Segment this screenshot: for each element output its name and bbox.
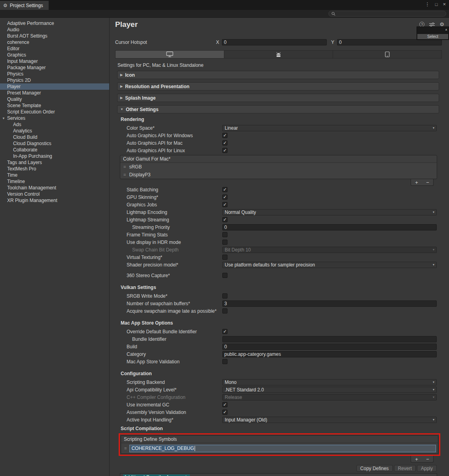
sidebar-item-input-manager[interactable]: Input Manager (0, 58, 109, 64)
remove-icon[interactable]: − (422, 179, 433, 185)
platform-tab-tablet[interactable] (333, 50, 442, 59)
maximize-icon[interactable]: □ (435, 2, 438, 7)
settings-row-auto-graphics-api-for-windows: Auto Graphics API for Windows✓ (110, 132, 449, 139)
dropdown[interactable]: Input Manager (Old)▾ (222, 417, 437, 423)
sidebar-item-version-control[interactable]: Version Control (0, 191, 109, 197)
sidebar-item-xr-plugin-management[interactable]: XR Plugin Management (0, 197, 109, 204)
sidebar-item-player[interactable]: Player (0, 83, 109, 90)
sidebar-item-burst-aot-settings[interactable]: Burst AOT Settings (0, 33, 109, 39)
text-field[interactable] (222, 336, 437, 342)
foldout-list: ▶Icon▶Resolution and Presentation▶Splash… (110, 71, 449, 102)
close-icon[interactable]: × (443, 1, 446, 7)
define-symbol-row[interactable]: = COHERENCE_LOG_DEBUG (121, 443, 438, 453)
checkbox[interactable]: ✓ (222, 148, 227, 153)
platform-tab-monitor[interactable] (115, 50, 224, 59)
foldout-resolution-and-presentation[interactable]: ▶Resolution and Presentation (117, 82, 439, 91)
checkbox[interactable] (222, 273, 227, 278)
checkbox[interactable] (222, 240, 227, 245)
dropdown[interactable]: Mono▾ (222, 379, 437, 385)
sidebar-item-collaborate[interactable]: Collaborate (0, 147, 109, 153)
text-field[interactable]: 0 (222, 224, 437, 230)
sidebar-item-cloud-diagnostics[interactable]: Cloud Diagnostics (0, 140, 109, 147)
sidebar-item-timeline[interactable]: Timeline (0, 178, 109, 185)
sidebar-item-scene-template[interactable]: Scene Template (0, 102, 109, 109)
drag-handle-icon[interactable]: = (124, 446, 127, 451)
sidebar-item-package-manager[interactable]: Package Manager (0, 64, 109, 71)
dropdown[interactable]: Normal Quality▾ (222, 209, 437, 215)
sidebar-item-coherence[interactable]: coherence (0, 39, 109, 45)
row-label: 360 Stereo Capture* (127, 273, 222, 278)
sidebar-item-quality[interactable]: Quality (0, 96, 109, 102)
add-icon[interactable]: + (411, 456, 422, 462)
list-item[interactable]: =DisplayP3 (120, 171, 437, 179)
define-symbol-input[interactable]: COHERENCE_LOG_DEBUG (129, 445, 436, 452)
project-settings-tab[interactable]: ⚙ Project Settings (0, 1, 49, 10)
sidebar-item-tags-and-layers[interactable]: Tags and Layers (0, 159, 109, 166)
scrollbar-up-arrow-icon[interactable]: ▲ (445, 28, 448, 31)
sidebar-item-physics[interactable]: Physics (0, 71, 109, 77)
kebab-menu-icon[interactable]: ⋮ (425, 1, 430, 7)
sidebar-item-editor[interactable]: Editor (0, 45, 109, 52)
drag-handle-icon[interactable]: = (123, 172, 126, 177)
apply-button[interactable]: Apply (417, 465, 437, 472)
drag-handle-icon[interactable]: = (123, 164, 126, 169)
checkbox[interactable] (222, 255, 227, 260)
sidebar-item-time[interactable]: Time (0, 172, 109, 178)
copy-defines-button[interactable]: Copy Defines (356, 465, 393, 472)
revert-button[interactable]: Revert (394, 465, 416, 472)
sidebar-item-graphics[interactable]: Graphics (0, 52, 109, 58)
checkbox[interactable] (222, 293, 227, 298)
platform-tab-android[interactable] (224, 50, 333, 59)
checkbox[interactable]: ✓ (222, 202, 227, 207)
cursor-texture-field[interactable]: Select (417, 26, 449, 40)
checkbox[interactable]: ✓ (222, 410, 227, 415)
foldout-icon[interactable]: ▶Icon (117, 71, 439, 79)
preset-icon[interactable] (429, 22, 435, 27)
checkbox[interactable]: ✓ (222, 217, 227, 222)
checkbox[interactable] (222, 359, 227, 364)
text-field[interactable]: public.app-category.games (222, 351, 437, 357)
sidebar-item-ads[interactable]: Ads (0, 121, 109, 128)
sidebar-item-physics-2d[interactable]: Physics 2D (0, 77, 109, 83)
sidebar-item-script-execution-order[interactable]: Script Execution Order (0, 109, 109, 115)
row-label: Use incremental GC (127, 402, 222, 408)
sidebar-item-textmesh-pro[interactable]: TextMesh Pro (0, 166, 109, 172)
checkbox[interactable]: ✓ (222, 329, 227, 334)
sidebar-item-adaptive-performance[interactable]: Adaptive Performance (0, 20, 109, 26)
checkbox[interactable]: ✓ (222, 133, 227, 138)
settings-row-use-display-in-hdr-mode: Use display in HDR mode (110, 238, 449, 246)
checkbox[interactable]: ✓ (222, 187, 227, 192)
sidebar-item-label: Script Execution Order (7, 109, 55, 115)
foldout-other-settings[interactable]: ▼ Other Settings (117, 105, 439, 113)
row-label: Shader precision model* (127, 262, 222, 268)
sidebar-item-analytics[interactable]: Analytics (0, 128, 109, 134)
text-field[interactable]: 0 (222, 344, 437, 350)
row-label: Virtual Texturing* (127, 255, 222, 260)
checkbox[interactable] (222, 308, 227, 314)
sidebar-item-preset-manager[interactable]: Preset Manager (0, 90, 109, 96)
select-button[interactable]: Select (417, 34, 448, 39)
checkbox[interactable]: ✓ (222, 140, 227, 145)
dropdown[interactable]: Use platform defaults for sampler precis… (222, 262, 437, 268)
sidebar-item-cloud-build[interactable]: Cloud Build (0, 134, 109, 140)
hotspot-x-field[interactable]: 0 (222, 39, 327, 45)
foldout-splash-image[interactable]: ▶Splash Image (117, 94, 439, 102)
add-icon[interactable]: + (411, 179, 422, 185)
sidebar-item-services[interactable]: ▼Services (0, 115, 109, 121)
remove-icon[interactable]: − (422, 456, 433, 462)
dropdown[interactable]: .NET Standard 2.0▾ (222, 387, 437, 393)
checkbox[interactable]: ✓ (222, 195, 227, 200)
hotspot-y-field[interactable]: 0 (337, 39, 442, 45)
sidebar-item-label: Burst AOT Settings (7, 33, 47, 39)
checkbox[interactable]: ✓ (222, 402, 227, 407)
sidebar-item-in-app-purchasing[interactable]: In-App Purchasing (0, 153, 109, 159)
foldout-open-triangle-icon[interactable]: ▼ (2, 117, 5, 120)
text-field[interactable]: 3 (222, 300, 437, 307)
list-item[interactable]: =sRGB (120, 163, 437, 171)
checkbox[interactable] (222, 232, 227, 237)
sidebar-item-audio[interactable]: Audio (0, 26, 109, 33)
search-input[interactable] (328, 11, 446, 17)
sidebar-item-toolchain-management[interactable]: Toolchain Management (0, 185, 109, 191)
dropdown[interactable]: Linear▾ (222, 125, 437, 131)
settings-row-static-batching: Static Batching✓ (110, 186, 449, 193)
